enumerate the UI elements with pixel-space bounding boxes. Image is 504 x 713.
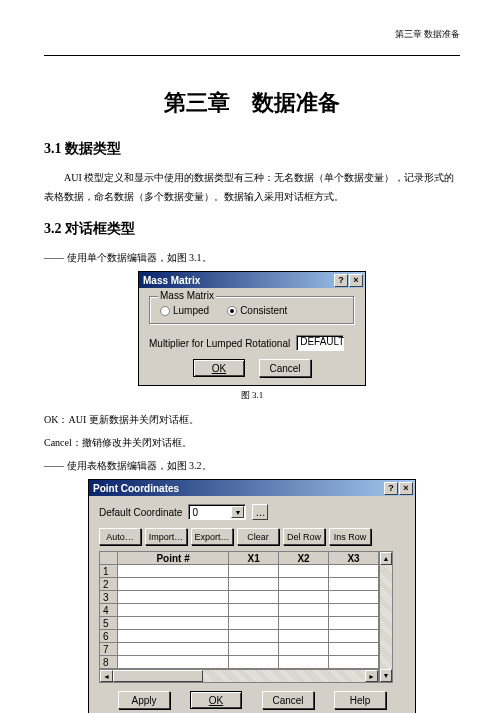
points-table[interactable]: Point # X1 X2 X3 1 2 3 4 5 6 7 8 bbox=[99, 551, 379, 669]
help-icon[interactable]: ? bbox=[384, 482, 398, 495]
section-3-2-para2: 使用表格数据编辑器，如图 3.2。 bbox=[44, 456, 460, 475]
dialog-title-text: Point Coordinates bbox=[93, 483, 179, 494]
scroll-up-icon[interactable]: ▲ bbox=[380, 552, 392, 565]
help-icon[interactable]: ? bbox=[334, 274, 348, 287]
import-button[interactable]: Import… bbox=[145, 528, 187, 545]
multiplier-input[interactable]: DEFAULT bbox=[296, 335, 344, 351]
clear-button[interactable]: Clear bbox=[237, 528, 279, 545]
table-row: 1 bbox=[100, 565, 379, 578]
help-button[interactable]: Help bbox=[334, 691, 386, 709]
table-row: 4 bbox=[100, 604, 379, 617]
section-3-2-para1: 使用单个数据编辑器，如图 3.1。 bbox=[44, 248, 460, 267]
scroll-left-icon[interactable]: ◄ bbox=[100, 670, 113, 682]
dialog-title-text: Mass Matrix bbox=[143, 275, 200, 286]
group-mass-matrix: Mass Matrix Lumped Consistent bbox=[149, 296, 355, 325]
dropdown-value: 0 bbox=[192, 507, 198, 518]
default-coordinate-dropdown[interactable]: 0 ▼ bbox=[188, 504, 246, 520]
header-rule bbox=[44, 55, 460, 56]
close-icon[interactable]: × bbox=[349, 274, 363, 287]
page-header-right: 第三章 数据准备 bbox=[44, 28, 460, 41]
close-icon[interactable]: × bbox=[399, 482, 413, 495]
chapter-title: 第三章 数据准备 bbox=[44, 88, 460, 118]
radio-lumped[interactable]: Lumped bbox=[160, 305, 209, 316]
col-x1: X1 bbox=[229, 552, 279, 565]
ok-button[interactable]: OK bbox=[190, 691, 242, 709]
multiplier-label: Multiplier for Lumped Rotational bbox=[149, 338, 290, 349]
table-row: 7 bbox=[100, 643, 379, 656]
radio-consistent-label: Consistent bbox=[240, 305, 287, 316]
scroll-thumb[interactable] bbox=[113, 670, 203, 682]
chevron-down-icon: ▼ bbox=[231, 506, 244, 518]
radio-consistent[interactable]: Consistent bbox=[227, 305, 287, 316]
section-3-2-heading: 3.2 对话框类型 bbox=[44, 220, 460, 238]
browse-button[interactable]: … bbox=[252, 504, 268, 520]
radio-icon-selected bbox=[227, 306, 237, 316]
apply-button[interactable]: Apply bbox=[118, 691, 170, 709]
scroll-right-icon[interactable]: ► bbox=[365, 670, 378, 682]
col-x2: X2 bbox=[279, 552, 329, 565]
vertical-scrollbar[interactable]: ▲ ▼ bbox=[379, 551, 393, 683]
section-3-1-para: AUI 模型定义和显示中使用的数据类型有三种：无名数据（单个数据变量），记录形式… bbox=[44, 168, 460, 206]
table-row: 3 bbox=[100, 591, 379, 604]
dialog-point-coordinates: Point Coordinates ? × Default Coordinate… bbox=[88, 479, 416, 713]
col-point: Point # bbox=[118, 552, 229, 565]
dialog-mass-matrix: Mass Matrix ? × Mass Matrix Lumped Consi… bbox=[138, 271, 366, 386]
table-row: 5 bbox=[100, 617, 379, 630]
ins-row-button[interactable]: Ins Row bbox=[329, 528, 371, 545]
del-row-button[interactable]: Del Row bbox=[283, 528, 325, 545]
export-button[interactable]: Export… bbox=[191, 528, 233, 545]
cancel-button[interactable]: Cancel bbox=[259, 359, 311, 377]
col-x3: X3 bbox=[329, 552, 379, 565]
dialog-titlebar[interactable]: Mass Matrix ? × bbox=[139, 272, 365, 288]
ok-button[interactable]: OK bbox=[193, 359, 245, 377]
horizontal-scrollbar[interactable]: ◄ ► bbox=[99, 669, 379, 683]
table-row: 2 bbox=[100, 578, 379, 591]
table-row: 8 bbox=[100, 656, 379, 669]
scroll-down-icon[interactable]: ▼ bbox=[380, 669, 392, 682]
table-header-row: Point # X1 X2 X3 bbox=[100, 552, 379, 565]
table-row: 6 bbox=[100, 630, 379, 643]
group-label: Mass Matrix bbox=[158, 290, 216, 301]
cancel-button[interactable]: Cancel bbox=[262, 691, 314, 709]
radio-lumped-label: Lumped bbox=[173, 305, 209, 316]
dialog-titlebar[interactable]: Point Coordinates ? × bbox=[89, 480, 415, 496]
ok-description: OK：AUI 更新数据并关闭对话框。 bbox=[44, 410, 460, 429]
figure-3-1-caption: 图 3.1 bbox=[44, 389, 460, 402]
radio-icon bbox=[160, 306, 170, 316]
default-coordinate-label: Default Coordinate bbox=[99, 507, 182, 518]
cancel-description: Cancel：撤销修改并关闭对话框。 bbox=[44, 433, 460, 452]
section-3-1-heading: 3.1 数据类型 bbox=[44, 140, 460, 158]
auto-button[interactable]: Auto… bbox=[99, 528, 141, 545]
